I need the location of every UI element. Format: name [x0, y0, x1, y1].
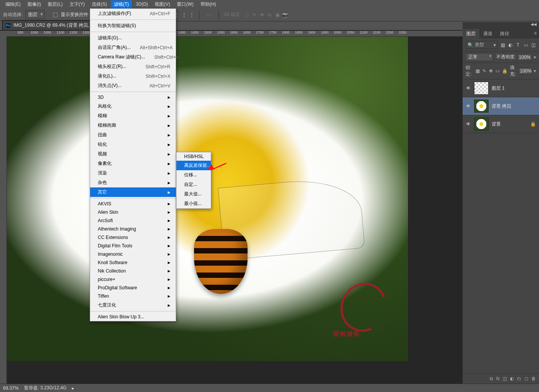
layer-row[interactable]: 👁图层 1 — [463, 79, 539, 97]
menu-row[interactable]: 像素化▶ — [90, 159, 176, 168]
menu-row[interactable]: 模糊画廊▶ — [90, 121, 176, 130]
filter-type-icon[interactable]: T — [515, 42, 521, 48]
auto-select-dropdown[interactable]: 图层 — [26, 10, 45, 19]
orbit-3d-icon[interactable]: ⟳ — [252, 12, 257, 18]
scale-3d-icon[interactable]: ▣ — [275, 12, 280, 18]
filters-other-submenu[interactable]: HSB/HSL高反差保留...位移...自定...最大值...最小值... — [176, 152, 211, 209]
menu-row[interactable]: Imagenomic▶ — [90, 250, 176, 258]
lock-all-icon[interactable]: 🔒 — [502, 68, 508, 74]
submenu-row[interactable]: 位移... — [176, 170, 211, 180]
menu-row[interactable]: Tiffen▶ — [90, 292, 176, 300]
menu-item[interactable]: 选择(S) — [89, 0, 110, 8]
layer-row[interactable]: 👁背景🔒 — [463, 115, 539, 133]
show-transform-checkbox[interactable] — [53, 13, 58, 17]
menu-item[interactable]: 文字(Y) — [66, 0, 88, 8]
opacity-value[interactable]: 100% — [517, 54, 532, 61]
menu-item[interactable]: 3D(D) — [133, 1, 151, 8]
submenu-row[interactable]: HSB/HSL — [176, 152, 211, 161]
layer-name[interactable]: 背景 — [492, 121, 501, 127]
layer-filter-kind[interactable]: 🔍 类型 ▾ — [466, 41, 498, 49]
panel-tab[interactable]: 路径 — [496, 29, 513, 39]
zoom-value[interactable]: 69.37% — [3, 386, 19, 391]
menu-item[interactable]: 编辑(E) — [2, 0, 24, 8]
blend-mode-dropdown[interactable]: 正常 — [466, 53, 493, 61]
menu-row[interactable]: 液化(L)...Shift+Ctrl+X — [90, 71, 176, 81]
layer-fx-icon[interactable]: fx — [496, 376, 500, 381]
lock-paint-icon[interactable]: ✎ — [482, 68, 486, 74]
menu-item[interactable]: 帮助(H) — [197, 0, 219, 8]
menu-row[interactable]: AKVIS▶ — [90, 200, 176, 208]
new-layer-icon[interactable]: ◻ — [524, 376, 528, 381]
menu-row[interactable]: 上次滤镜操作(F)Alt+Ctrl+F — [90, 9, 176, 18]
visibility-eye-icon[interactable]: 👁 — [466, 103, 471, 109]
status-chevron-icon[interactable]: ▸ — [72, 386, 74, 391]
menu-row[interactable]: Digital Film Tools▶ — [90, 242, 176, 250]
menu-row[interactable]: 风格化▶ — [90, 102, 176, 111]
fill-value[interactable]: 100% — [518, 68, 532, 74]
delete-layer-icon[interactable]: 🗑 — [531, 376, 536, 381]
menu-row[interactable]: piccure+▶ — [90, 275, 176, 284]
menu-row[interactable]: Alien Skin▶ — [90, 208, 176, 216]
submenu-row[interactable]: 最小值... — [176, 199, 211, 208]
pan-3d-icon[interactable]: ✥ — [259, 12, 265, 18]
filter-shape-icon[interactable]: ▭ — [523, 42, 528, 48]
layer-thumbnail[interactable] — [474, 100, 489, 113]
menu-row[interactable]: Camera Raw 滤镜(C)...Shift+Ctrl+A — [90, 52, 176, 62]
menu-row[interactable]: Knoll Software▶ — [90, 258, 176, 267]
menu-row[interactable]: 其它▶ — [90, 187, 176, 197]
filter-smart-icon[interactable]: ◫ — [531, 42, 536, 48]
menu-item[interactable]: 图像(I) — [24, 0, 44, 8]
menu-row[interactable]: Alien Skin Blow Up 3... — [90, 313, 176, 321]
visibility-eye-icon[interactable]: 👁 — [466, 121, 471, 127]
menu-row[interactable]: ProDigital Software▶ — [90, 284, 176, 292]
menu-row[interactable]: 锐化▶ — [90, 140, 176, 149]
menu-row[interactable]: 转换为智能滤镜(S) — [90, 21, 176, 31]
menu-item[interactable]: 视图(V) — [152, 0, 173, 8]
menu-row[interactable]: CC Extensions▶ — [90, 233, 176, 242]
menu-row[interactable]: 镜头校正(R)...Shift+Ctrl+R — [90, 62, 176, 71]
chevron-down-icon[interactable]: ▾ — [534, 55, 536, 60]
adjustment-layer-icon[interactable]: ◐ — [510, 376, 514, 381]
panel-tab[interactable]: 图层 — [463, 29, 479, 39]
canvas[interactable]: 紫枫摄影 — [7, 37, 463, 384]
submenu-row[interactable]: 自定... — [176, 180, 211, 189]
layer-thumbnail[interactable] — [474, 82, 489, 95]
orbit-3d-icon[interactable]: ⭯ — [244, 12, 249, 18]
visibility-eye-icon[interactable]: 👁 — [466, 85, 471, 91]
menu-row[interactable]: Athentech Imaging▶ — [90, 225, 176, 233]
submenu-row[interactable]: 最大值... — [176, 189, 211, 199]
slide-3d-icon[interactable]: ⇆ — [267, 12, 272, 18]
link-layers-icon[interactable]: ⧉ — [490, 376, 493, 381]
layer-name[interactable]: 图层 1 — [492, 85, 505, 92]
distribute-icon[interactable]: ⋮ — [181, 12, 187, 18]
layer-row[interactable]: 👁背景 拷贝 — [463, 97, 539, 115]
menu-row[interactable]: ArcSoft▶ — [90, 216, 176, 225]
overflow-icon[interactable]: ⋯ — [204, 10, 214, 20]
submenu-row[interactable]: 高反差保留... — [176, 161, 211, 170]
menu-item[interactable]: 窗口(W) — [174, 0, 196, 8]
lock-artboard-icon[interactable]: ▭ — [495, 68, 500, 74]
menu-row[interactable]: Nik Collection▶ — [90, 267, 176, 275]
layer-mask-icon[interactable]: ◫ — [503, 376, 507, 381]
filter-pixel-icon[interactable]: ▧ — [500, 42, 505, 48]
layer-name[interactable]: 背景 拷贝 — [492, 103, 511, 110]
lock-pixels-icon[interactable]: ▦ — [475, 68, 479, 74]
menu-item[interactable]: 图层(L) — [45, 0, 66, 8]
menu-row[interactable]: 七度汉化▶ — [90, 300, 176, 310]
layer-group-icon[interactable]: 🗀 — [517, 376, 521, 381]
menu-row[interactable]: 消失点(V)...Alt+Ctrl+V — [90, 81, 176, 90]
menu-row[interactable]: 自适应广角(A)...Alt+Shift+Ctrl+A — [90, 43, 176, 52]
menu-row[interactable]: 3D▶ — [90, 93, 176, 102]
filters-menu[interactable]: 上次滤镜操作(F)Alt+Ctrl+F转换为智能滤镜(S)滤镜库(G)...自适… — [90, 8, 176, 321]
menu-row[interactable]: 扭曲▶ — [90, 130, 176, 140]
menu-row[interactable]: 模糊▶ — [90, 111, 176, 121]
filter-adjust-icon[interactable]: ◐ — [508, 42, 513, 48]
chevron-down-icon[interactable]: ▾ — [534, 68, 536, 74]
camera-3d-icon[interactable]: 📷 — [282, 12, 288, 18]
menu-row[interactable]: 杂色▶ — [90, 178, 176, 187]
panel-tab[interactable]: 通道 — [479, 29, 496, 39]
menu-row[interactable]: 渲染▶ — [90, 168, 176, 178]
menu-item[interactable]: 滤镜(T) — [111, 0, 132, 8]
menu-row[interactable]: 视频▶ — [90, 149, 176, 159]
distribute-icon[interactable]: ⋮ — [189, 12, 194, 18]
